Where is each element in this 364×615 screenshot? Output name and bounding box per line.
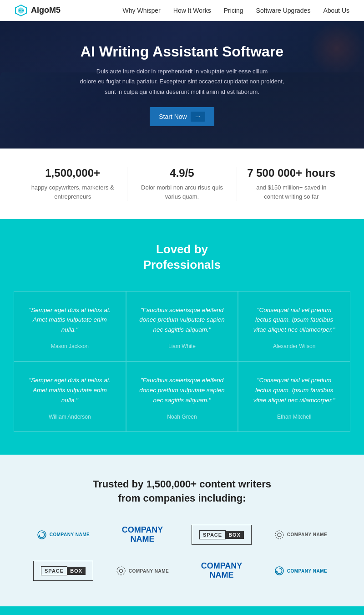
space-label-2: SPACE xyxy=(41,566,67,575)
stat-divider-1 xyxy=(127,167,127,201)
circular-arrow-icon-1 xyxy=(37,530,47,540)
trusted-section: Trusted by 1,500,000+ content writersfro… xyxy=(0,455,364,606)
svg-point-5 xyxy=(278,533,281,537)
company-logo-6: COMPANY NAME xyxy=(109,561,176,581)
company-logo-2: COMPANYNAME xyxy=(113,522,172,548)
stat-item-2: 4.9/5 Dolor morbi non arcu risus quis va… xyxy=(136,167,227,201)
stat-number-3: 7 500 000+ hours xyxy=(246,167,337,179)
svg-point-6 xyxy=(275,531,283,539)
nav-how-it-works[interactable]: How It Works xyxy=(173,7,211,14)
testimonial-card-2: "Faucibus scelerisque eleifend donec pre… xyxy=(126,291,238,362)
stat-number-1: 1,500,000+ xyxy=(27,167,118,179)
company-name-1: COMPANY NAME xyxy=(50,532,90,537)
testimonials-section: Loved byProfessionals "Semper eget duis … xyxy=(0,219,364,455)
cta-label: Start Now xyxy=(159,113,187,120)
arrow-icon: → xyxy=(191,112,205,122)
trusted-title: Trusted by 1,500,000+ content writersfro… xyxy=(18,477,346,506)
testimonials-title: Loved byProfessionals xyxy=(14,242,350,273)
stat-item-3: 7 500 000+ hours and $150 million+ saved… xyxy=(246,167,337,201)
stats-section: 1,500,000+ happy copywriters, marketers … xyxy=(0,149,364,219)
testimonial-card-3: "Consequat nisl vel pretium lectus quam.… xyxy=(238,291,350,362)
company-logo-4: COMPANY NAME xyxy=(267,525,334,545)
testimonials-grid: "Semper eget duis at tellus at. Amet mat… xyxy=(14,291,350,432)
logo-text: AlgoM5 xyxy=(31,5,61,15)
stat-desc-2: Dolor morbi non arcu risus quis varius q… xyxy=(136,183,227,201)
logo[interactable]: ✦✦ AlgoM5 xyxy=(15,4,61,17)
company-name-8: COMPANY NAME xyxy=(287,569,327,574)
box-label-1: BOX xyxy=(225,531,244,539)
circular-arrow-icon-2 xyxy=(274,566,284,576)
testimonial-author-4: William Anderson xyxy=(49,414,91,420)
box-label-2: BOX xyxy=(67,567,86,575)
testimonial-card-6: "Consequat nisl vel pretium lectus quam.… xyxy=(238,361,350,432)
start-now-button[interactable]: Start Now → xyxy=(150,107,214,126)
testimonial-text-4: "Semper eget duis at tellus at. Amet mat… xyxy=(27,375,113,405)
gear-icon-2 xyxy=(116,566,126,576)
company-name-4: COMPANY NAME xyxy=(287,532,327,537)
stat-item-1: 1,500,000+ happy copywriters, marketers … xyxy=(27,167,118,201)
stat-divider-2 xyxy=(237,167,237,201)
nav-pricing[interactable]: Pricing xyxy=(224,7,243,14)
logo-icon: ✦✦ xyxy=(15,4,27,17)
nav-software-upgrades[interactable]: Software Upgrades xyxy=(256,7,311,14)
company-logo-3: SPACE BOX xyxy=(192,525,252,545)
stat-number-2: 4.9/5 xyxy=(136,167,227,179)
company-logo-1: COMPANY NAME xyxy=(30,525,97,545)
company-logo-5: SPACE BOX xyxy=(33,561,93,581)
stat-desc-1: happy copywriters, marketers & entrepren… xyxy=(27,183,118,201)
company-name-7: COMPANYNAME xyxy=(201,562,243,580)
svg-point-7 xyxy=(119,569,122,573)
svg-text:✦✦: ✦✦ xyxy=(18,9,25,13)
testimonial-author-6: Ethan Mitchell xyxy=(277,414,311,420)
nav-about-us[interactable]: About Us xyxy=(323,7,349,14)
testimonial-card-1: "Semper eget duis at tellus at. Amet mat… xyxy=(14,291,126,362)
space-label-1: SPACE xyxy=(199,530,226,539)
testimonial-author-5: Noah Green xyxy=(167,414,197,420)
stat-desc-3: and $150 million+ saved in content writi… xyxy=(246,183,337,201)
testimonial-text-5: "Faucibus scelerisque eleifend donec pre… xyxy=(139,375,225,405)
testimonial-author-2: Liam White xyxy=(168,343,196,349)
hero-subtitle: Duis aute irure dolor in reprehenderit i… xyxy=(80,67,284,97)
company-name-6: COMPANY NAME xyxy=(129,569,169,574)
svg-marker-4 xyxy=(38,534,40,537)
svg-point-8 xyxy=(117,567,125,575)
hero-section: AI Writing Assistant Software Duis aute … xyxy=(0,21,364,149)
testimonial-text-1: "Semper eget duis at tellus at. Amet mat… xyxy=(27,305,113,335)
company-logo-8: COMPANY NAME xyxy=(267,561,334,581)
testimonial-card-4: "Semper eget duis at tellus at. Amet mat… xyxy=(14,361,126,432)
testimonial-text-3: "Consequat nisl vel pretium lectus quam.… xyxy=(251,305,337,335)
how-it-works-section: Save time and money writing content that… xyxy=(0,606,364,615)
testimonial-author-3: Alexander Wilson xyxy=(273,343,315,349)
testimonial-author-1: Mason Jackson xyxy=(51,343,89,349)
company-name-2: COMPANYNAME xyxy=(122,526,163,544)
nav-why-whisper[interactable]: Why Whisper xyxy=(123,7,161,14)
hero-content: AI Writing Assistant Software Duis aute … xyxy=(62,43,303,126)
testimonial-text-6: "Consequat nisl vel pretium lectus quam.… xyxy=(251,375,337,405)
gear-icon-1 xyxy=(274,530,284,540)
testimonial-text-2: "Faucibus scelerisque eleifend donec pre… xyxy=(139,305,225,335)
company-logo-7: COMPANYNAME xyxy=(192,558,251,584)
testimonial-card-5: "Faucibus scelerisque eleifend donec pre… xyxy=(126,361,238,432)
hero-title: AI Writing Assistant Software xyxy=(80,43,284,60)
svg-marker-10 xyxy=(276,570,278,573)
navbar: ✦✦ AlgoM5 Why Whisper How It Works Prici… xyxy=(0,0,364,21)
logos-grid: COMPANY NAME COMPANYNAME SPACE BOX COMPA… xyxy=(27,522,337,584)
nav-links: Why Whisper How It Works Pricing Softwar… xyxy=(123,6,349,15)
